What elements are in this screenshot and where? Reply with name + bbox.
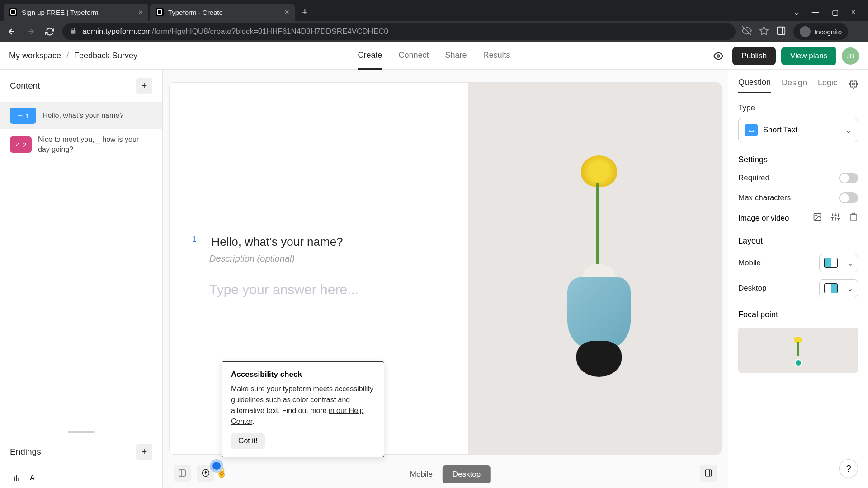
- preview-button[interactable]: [710, 47, 727, 65]
- view-mobile-button[interactable]: Mobile: [400, 465, 443, 483]
- layout-desktop-select[interactable]: ⌄: [819, 279, 858, 297]
- gear-icon[interactable]: [849, 80, 858, 91]
- top-nav: Create Connect Share Results: [358, 42, 510, 70]
- close-icon[interactable]: ×: [284, 8, 289, 17]
- incognito-label: Incognito: [814, 28, 842, 36]
- required-toggle[interactable]: [839, 173, 858, 183]
- app-root: My workspace / Feedback Survey Create Co…: [0, 42, 868, 488]
- svg-rect-0: [778, 27, 785, 35]
- item-badge: ✓ 2: [10, 136, 32, 153]
- svg-point-14: [816, 215, 817, 216]
- browser-tab[interactable]: Sign up FREE | Typeform ×: [4, 4, 148, 21]
- app-body: Content + ▭ 1 Hello, what's your name? ✓…: [0, 70, 868, 488]
- ending-icon: [10, 474, 24, 483]
- maxchars-toggle[interactable]: [839, 192, 858, 203]
- flower-illustration: [549, 146, 640, 390]
- breadcrumb-sep: /: [66, 51, 69, 61]
- avatar[interactable]: JB: [842, 47, 859, 65]
- url-path: /form/HgehIQU8/create?block=01HHF61N4D3H…: [152, 27, 388, 36]
- breadcrumb-workspace[interactable]: My workspace: [9, 51, 61, 61]
- tooltip-title: Accessibility check: [231, 370, 375, 379]
- type-label: Type: [738, 103, 858, 113]
- view-desktop-button[interactable]: Desktop: [443, 465, 491, 483]
- content-item[interactable]: ▭ 1 Hello, what's your name?: [0, 102, 162, 129]
- menu-icon[interactable]: ⋮: [855, 28, 863, 36]
- reload-button[interactable]: [43, 25, 56, 38]
- close-window-icon[interactable]: ×: [851, 8, 855, 17]
- endings-header: Endings +: [0, 436, 162, 468]
- address-bar[interactable]: admin.typeform.com/form/HgehIQU8/create?…: [62, 23, 736, 40]
- maxchars-label: Max characters: [738, 193, 791, 202]
- layout-desktop-label: Desktop: [738, 284, 766, 293]
- tooltip-body: Make sure your typeform meets accessibil…: [231, 384, 375, 427]
- image-icon[interactable]: [813, 212, 822, 224]
- nav-connect[interactable]: Connect: [398, 42, 429, 70]
- item-number: 1: [25, 112, 29, 120]
- item-badge: ▭ 1: [10, 108, 36, 124]
- question-number: 1 →: [192, 235, 205, 249]
- view-plans-button[interactable]: View plans: [781, 47, 836, 65]
- required-label: Required: [738, 174, 769, 183]
- tab-logic[interactable]: Logic: [818, 78, 837, 92]
- resize-handle[interactable]: [68, 431, 95, 433]
- add-ending-button[interactable]: +: [136, 444, 152, 460]
- panel-right-toggle-button[interactable]: [700, 465, 717, 482]
- question-description-input[interactable]: Description (optional): [209, 253, 445, 264]
- accessibility-tooltip: Accessibility check Make sure your typef…: [222, 361, 384, 457]
- focal-preview[interactable]: [738, 328, 858, 373]
- layout-thumb-icon: [824, 258, 838, 268]
- tab-question[interactable]: Question: [738, 78, 771, 93]
- close-icon[interactable]: ×: [138, 8, 143, 17]
- svg-rect-3: [14, 477, 14, 481]
- tooltip-dismiss-button[interactable]: Got it!: [231, 433, 265, 449]
- panel-toggle-button[interactable]: [174, 465, 191, 482]
- layout-mobile-select[interactable]: ⌄: [819, 254, 858, 272]
- content-item[interactable]: ✓ 2 Nice to meet you, _ how is your day …: [0, 129, 162, 160]
- minimize-icon[interactable]: —: [812, 8, 819, 17]
- publish-button[interactable]: Publish: [732, 47, 776, 65]
- content-title: Content: [10, 81, 40, 91]
- svg-point-2: [717, 55, 720, 57]
- ending-item[interactable]: A: [0, 468, 162, 488]
- type-select[interactable]: ▭ Short Text ⌄: [738, 118, 858, 142]
- focal-point-handle[interactable]: [795, 359, 802, 366]
- nav-create[interactable]: Create: [358, 42, 382, 70]
- required-row: Required: [738, 173, 858, 183]
- view-toggle: Mobile Desktop: [400, 465, 491, 483]
- panel-tabs: Question Design Logic: [738, 78, 858, 93]
- new-tab-button[interactable]: +: [297, 6, 313, 18]
- panel-icon[interactable]: [776, 26, 786, 38]
- chevron-down-icon: ⌄: [847, 284, 853, 293]
- tab-design[interactable]: Design: [782, 78, 807, 92]
- eye-off-icon[interactable]: [742, 26, 752, 38]
- forward-button[interactable]: [24, 25, 37, 38]
- question-title-input[interactable]: Hello, what's your name?: [211, 235, 343, 249]
- layout-section: Layout Mobile ⌄ Desktop ⌄: [738, 236, 858, 297]
- trash-icon[interactable]: [849, 212, 858, 224]
- layout-desktop-row: Desktop ⌄: [738, 279, 858, 297]
- star-icon[interactable]: [759, 26, 769, 38]
- media-icons: [813, 212, 858, 224]
- svg-point-12: [853, 83, 855, 85]
- content-header: Content +: [0, 70, 162, 102]
- incognito-badge[interactable]: Incognito: [793, 23, 848, 40]
- nav-share[interactable]: Share: [445, 42, 467, 70]
- layout-mobile-label: Mobile: [738, 258, 761, 267]
- back-button[interactable]: [5, 25, 18, 38]
- add-content-button[interactable]: +: [136, 78, 152, 94]
- adjust-icon[interactable]: [831, 212, 840, 224]
- lock-icon: [70, 27, 77, 37]
- breadcrumb-form-name[interactable]: Feedback Survey: [74, 51, 137, 61]
- right-panel: Question Design Logic Type ▭ Short Text …: [728, 70, 868, 488]
- help-button[interactable]: ?: [839, 459, 858, 478]
- question-image[interactable]: [468, 83, 721, 454]
- ending-label: A: [30, 474, 35, 482]
- browser-tab[interactable]: Typeform - Create ×: [150, 4, 295, 21]
- accessibility-button[interactable]: [197, 465, 214, 482]
- chevron-down-icon[interactable]: ⌄: [793, 8, 799, 17]
- tab-title: Sign up FREE | Typeform: [22, 9, 133, 16]
- answer-input[interactable]: Type your answer here...: [209, 282, 445, 302]
- svg-rect-5: [18, 478, 19, 481]
- maximize-icon[interactable]: ▢: [832, 8, 839, 17]
- nav-results[interactable]: Results: [483, 42, 510, 70]
